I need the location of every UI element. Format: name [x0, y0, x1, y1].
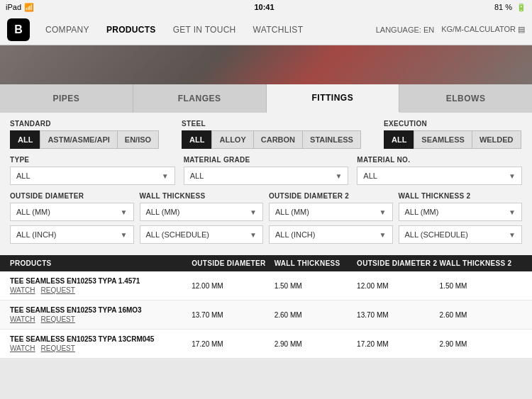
od2-inch-arrow: ▼ — [379, 231, 387, 239]
wt-schedule-filter: ALL (SCHEDULE) ▼ — [140, 225, 264, 244]
td-wt2-3: 2.90 MM — [440, 335, 522, 352]
type-dropdown-arrow: ▼ — [162, 172, 169, 180]
execution-all-btn[interactable]: ALL — [384, 130, 414, 149]
request-link-2[interactable]: REQUEST — [41, 315, 75, 323]
execution-buttons: ALL SEAMLESS WELDED — [384, 130, 521, 149]
battery-label: 81 % — [494, 3, 512, 11]
standard-buttons: ALL ASTM/ASME/API EN/ISO — [10, 130, 159, 149]
watch-link-1[interactable]: WATCH — [10, 286, 35, 294]
wt-mm-arrow: ▼ — [250, 208, 257, 216]
standard-eniso-btn[interactable]: EN/ISO — [117, 130, 159, 149]
table-row: TEE SEAMLESS EN10253 TYPA 1.4571 WATCH R… — [0, 271, 532, 300]
wt2-label: WALL THICKNESS 2 — [399, 192, 523, 200]
wt-schedule-dropdown[interactable]: ALL (SCHEDULE) ▼ — [140, 225, 264, 244]
wt2-schedule-arrow: ▼ — [509, 231, 516, 239]
type-label: TYPE — [10, 156, 175, 164]
th-wall-thickness-2: WALL THICKNESS 2 — [440, 259, 522, 267]
hero-image — [0, 45, 532, 84]
request-link-3[interactable]: REQUEST — [41, 344, 75, 352]
wifi-icon: 📶 — [24, 3, 34, 12]
steel-stainless-btn[interactable]: STAINLESS — [302, 130, 361, 149]
product-name-3: TEE SEAMLESS EN10253 TYPA 13CRM045 — [10, 335, 192, 343]
material-no-dropdown-group: MATERIAL NO. ALL ▼ — [357, 156, 522, 185]
type-dropdown-group: TYPE ALL ▼ — [10, 156, 175, 185]
tab-flanges[interactable]: FLANGES — [133, 84, 267, 113]
nav-right: LANGUAGE: EN KG/M-CALCULATOR ▤ — [376, 25, 525, 34]
product-tabs: PIPES FLANGES FITTINGS ELBOWS — [0, 84, 532, 113]
od-inch-arrow: ▼ — [121, 231, 128, 239]
material-grade-label: MATERIAL GRADE — [184, 156, 349, 164]
standard-astm-btn[interactable]: ASTM/ASME/API — [40, 130, 116, 149]
th-outside-diameter: OUTSIDE DIAMETER — [192, 259, 274, 267]
od2-inch-dropdown[interactable]: ALL (INCH) ▼ — [269, 225, 393, 244]
nav-item-watchlist[interactable]: WATCHLIST — [245, 14, 312, 45]
product-links-1: WATCH REQUEST — [10, 286, 192, 294]
navbar: B COMPANY PRODUCTS GET IN TOUCH WATCHLIS… — [0, 14, 532, 45]
standard-all-btn[interactable]: ALL — [10, 130, 40, 149]
td-od2-2: 13.70 MM — [357, 306, 439, 323]
execution-welded-btn[interactable]: WELDED — [472, 130, 521, 149]
td-od-1: 12.00 MM — [192, 277, 274, 294]
tab-elbows[interactable]: ELBOWS — [399, 84, 532, 113]
th-wall-thickness: WALL THICKNESS — [275, 259, 357, 267]
th-outside-diameter-2: OUTSIDE DIAMETER 2 — [357, 259, 439, 267]
watch-link-2[interactable]: WATCH — [10, 315, 35, 323]
td-product-2: TEE SEAMLESS EN10253 TYPA 16MO3 WATCH RE… — [10, 306, 192, 323]
language-selector[interactable]: LANGUAGE: EN — [376, 26, 435, 34]
od2-filter: OUTSIDE DIAMETER 2 ALL (MM) ▼ — [269, 192, 393, 221]
material-no-dropdown[interactable]: ALL ▼ — [357, 167, 522, 185]
td-od-2: 13.70 MM — [192, 306, 274, 323]
material-no-dropdown-arrow: ▼ — [509, 172, 516, 180]
execution-seamless-btn[interactable]: SEAMLESS — [414, 130, 472, 149]
steel-carbon-btn[interactable]: CARBON — [253, 130, 302, 149]
od-inch-dropdown[interactable]: ALL (INCH) ▼ — [10, 225, 134, 244]
nav-item-getintouch[interactable]: GET IN TOUCH — [165, 14, 245, 45]
td-product-3: TEE SEAMLESS EN10253 TYPA 13CRM045 WATCH… — [10, 335, 192, 352]
request-link-1[interactable]: REQUEST — [41, 286, 75, 294]
od-filter: OUTSIDE DIAMETER ALL (MM) ▼ — [10, 192, 134, 221]
status-right: 81 % 🔋 — [494, 3, 526, 12]
material-grade-dropdown-arrow: ▼ — [335, 172, 342, 180]
od-mm-dropdown[interactable]: ALL (MM) ▼ — [10, 203, 134, 221]
standard-label: STANDARD — [10, 120, 159, 128]
od-mm-arrow: ▼ — [121, 208, 128, 216]
watch-link-3[interactable]: WATCH — [10, 344, 35, 352]
kg-calculator-button[interactable]: KG/M-CALCULATOR ▤ — [441, 25, 525, 34]
execution-filter: EXECUTION ALL SEAMLESS WELDED — [384, 120, 521, 149]
steel-buttons: ALL ALLOY CARBON STAINLESS — [182, 130, 361, 149]
brand-logo[interactable]: B — [7, 18, 30, 41]
filter-section: STANDARD ALL ASTM/ASME/API EN/ISO STEEL … — [0, 113, 532, 255]
wt2-schedule-dropdown[interactable]: ALL (SCHEDULE) ▼ — [399, 225, 523, 244]
steel-all-btn[interactable]: ALL — [182, 130, 211, 149]
type-dropdown[interactable]: ALL ▼ — [10, 167, 175, 185]
wt2-schedule-filter: ALL (SCHEDULE) ▼ — [399, 225, 523, 244]
wt2-mm-arrow: ▼ — [509, 208, 516, 216]
filter-row-2: TYPE ALL ▼ MATERIAL GRADE ALL ▼ MATERIAL… — [10, 156, 522, 185]
steel-alloy-btn[interactable]: ALLOY — [211, 130, 253, 149]
product-links-2: WATCH REQUEST — [10, 315, 192, 323]
td-od2-3: 17.20 MM — [357, 335, 439, 352]
table-row: TEE SEAMLESS EN10253 TYPA 13CRM045 WATCH… — [0, 330, 532, 359]
td-wt-1: 1.50 MM — [275, 277, 357, 294]
wt-mm-dropdown[interactable]: ALL (MM) ▼ — [140, 203, 264, 221]
od2-mm-dropdown[interactable]: ALL (MM) ▼ — [269, 203, 393, 221]
od-inch-filter: ALL (INCH) ▼ — [10, 225, 134, 244]
status-left: iPad 📶 — [6, 3, 34, 12]
od2-label: OUTSIDE DIAMETER 2 — [269, 192, 393, 200]
tab-fittings[interactable]: FITTINGS — [267, 84, 400, 113]
battery-icon: 🔋 — [516, 3, 526, 12]
filter-row-3: OUTSIDE DIAMETER ALL (MM) ▼ WALL THICKNE… — [10, 192, 522, 221]
material-grade-dropdown-group: MATERIAL GRADE ALL ▼ — [184, 156, 349, 185]
standard-filter: STANDARD ALL ASTM/ASME/API EN/ISO — [10, 120, 159, 149]
nav-item-products[interactable]: PRODUCTS — [98, 14, 165, 45]
material-grade-dropdown[interactable]: ALL ▼ — [184, 167, 349, 185]
nav-item-company[interactable]: COMPANY — [37, 14, 98, 45]
td-wt2-1: 1.50 MM — [440, 277, 522, 294]
od2-mm-arrow: ▼ — [379, 208, 387, 216]
table-header: PRODUCTS OUTSIDE DIAMETER WALL THICKNESS… — [0, 255, 532, 271]
tab-pipes[interactable]: PIPES — [0, 84, 133, 113]
wt2-mm-dropdown[interactable]: ALL (MM) ▼ — [399, 203, 523, 221]
wt-label: WALL THICKNESS — [140, 192, 264, 200]
td-wt-2: 2.60 MM — [275, 306, 357, 323]
status-bar: iPad 📶 10:41 81 % 🔋 — [0, 0, 532, 14]
